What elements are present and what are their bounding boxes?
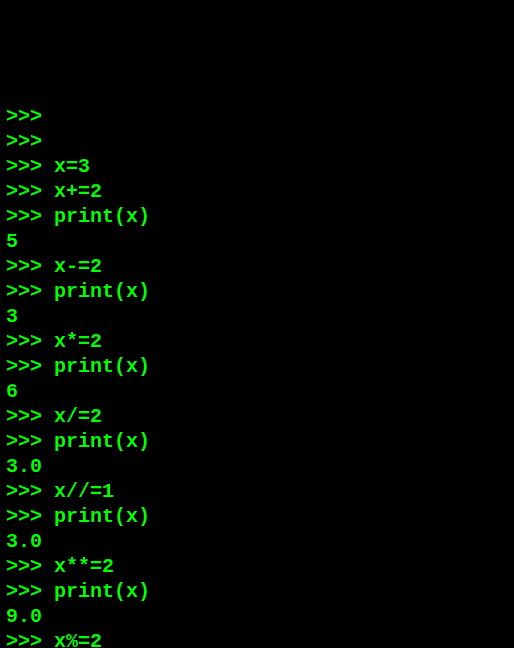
terminal-line: >>> x-=2 <box>6 254 508 279</box>
repl-input: print(x) <box>54 505 150 528</box>
repl-input: x/=2 <box>54 405 102 428</box>
repl-input: x**=2 <box>54 555 114 578</box>
repl-input: x*=2 <box>54 330 102 353</box>
repl-prompt: >>> <box>6 180 42 203</box>
terminal-line: >>> print(x) <box>6 504 508 529</box>
repl-prompt: >>> <box>6 555 42 578</box>
repl-input: x-=2 <box>54 255 102 278</box>
repl-output: 3.0 <box>6 455 42 478</box>
terminal-line: >>> x//=1 <box>6 479 508 504</box>
terminal-line: >>> print(x) <box>6 429 508 454</box>
repl-prompt: >>> <box>6 505 42 528</box>
repl-output: 9.0 <box>6 605 42 628</box>
terminal-line: 9.0 <box>6 604 508 629</box>
repl-input: print(x) <box>54 280 150 303</box>
terminal-output[interactable]: >>>>>>>>> x=3>>> x+=2>>> print(x)5>>> x-… <box>6 104 508 648</box>
repl-output: 3 <box>6 305 18 328</box>
repl-input: x//=1 <box>54 480 114 503</box>
repl-prompt: >>> <box>6 155 42 178</box>
terminal-line: >>> print(x) <box>6 204 508 229</box>
repl-input: print(x) <box>54 430 150 453</box>
repl-prompt: >>> <box>6 330 42 353</box>
terminal-line: 3.0 <box>6 454 508 479</box>
terminal-line: >>> print(x) <box>6 279 508 304</box>
repl-prompt: >>> <box>6 130 42 153</box>
repl-output: 3.0 <box>6 530 42 553</box>
terminal-line: 3 <box>6 304 508 329</box>
terminal-line: 5 <box>6 229 508 254</box>
repl-prompt: >>> <box>6 405 42 428</box>
repl-prompt: >>> <box>6 630 42 648</box>
terminal-line: >>> print(x) <box>6 579 508 604</box>
terminal-line: >>> x/=2 <box>6 404 508 429</box>
repl-prompt: >>> <box>6 205 42 228</box>
repl-prompt: >>> <box>6 580 42 603</box>
terminal-line: 3.0 <box>6 529 508 554</box>
repl-input: print(x) <box>54 580 150 603</box>
repl-input: print(x) <box>54 205 150 228</box>
terminal-line: >>> x*=2 <box>6 329 508 354</box>
terminal-line: 6 <box>6 379 508 404</box>
repl-prompt: >>> <box>6 255 42 278</box>
repl-prompt: >>> <box>6 280 42 303</box>
terminal-line: >>> x**=2 <box>6 554 508 579</box>
repl-output: 5 <box>6 230 18 253</box>
terminal-line: >>> x=3 <box>6 154 508 179</box>
repl-input: print(x) <box>54 355 150 378</box>
repl-prompt: >>> <box>6 430 42 453</box>
repl-output: 6 <box>6 380 18 403</box>
repl-input: x=3 <box>54 155 90 178</box>
repl-prompt: >>> <box>6 480 42 503</box>
terminal-line: >>> print(x) <box>6 354 508 379</box>
repl-prompt: >>> <box>6 355 42 378</box>
terminal-line: >>> x%=2 <box>6 629 508 648</box>
terminal-line: >>> <box>6 104 508 129</box>
terminal-line: >>> x+=2 <box>6 179 508 204</box>
repl-input: x%=2 <box>54 630 102 648</box>
terminal-line: >>> <box>6 129 508 154</box>
repl-input: x+=2 <box>54 180 102 203</box>
repl-prompt: >>> <box>6 105 42 128</box>
